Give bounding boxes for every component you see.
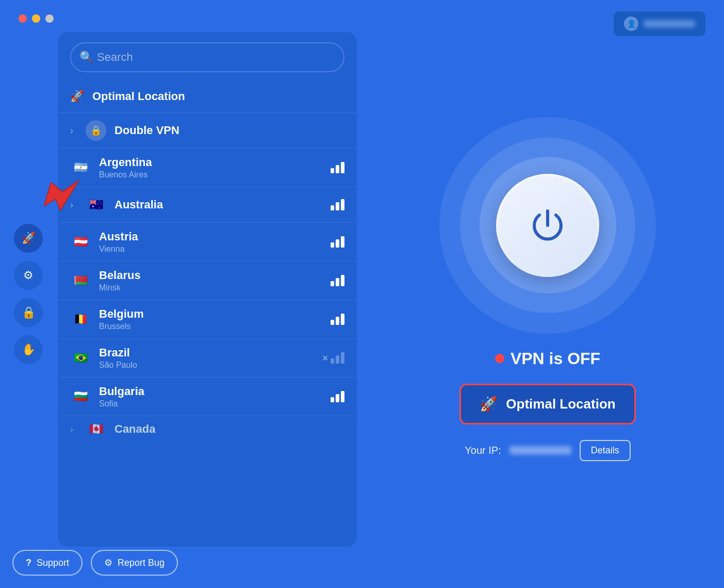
status-indicator-dot bbox=[495, 354, 504, 363]
expand-chevron-icon: › bbox=[70, 424, 73, 435]
signal-bar bbox=[331, 281, 334, 286]
ip-address-display bbox=[509, 446, 571, 454]
power-symbol-icon bbox=[527, 205, 568, 246]
report-bug-button[interactable]: ⚙ Report Bug bbox=[91, 550, 178, 576]
optimal-location-item[interactable]: 🚀 Optimal Location bbox=[58, 80, 357, 113]
city-name: Buenos Aires bbox=[99, 170, 322, 179]
optimal-location-label: Optimal Location bbox=[92, 90, 344, 103]
city-name: Vienna bbox=[99, 244, 322, 254]
fullscreen-button[interactable] bbox=[45, 14, 54, 23]
red-arrow-annotation bbox=[37, 173, 84, 220]
close-button[interactable] bbox=[19, 14, 27, 23]
sidebar-item-settings[interactable]: ⚙ bbox=[14, 261, 43, 290]
double-vpn-icon: 🔒 bbox=[86, 120, 106, 141]
search-container: 🔍 bbox=[58, 32, 357, 80]
city-name: Sofia bbox=[99, 399, 322, 409]
signal-indicator bbox=[331, 275, 344, 286]
details-button[interactable]: Details bbox=[580, 440, 631, 461]
location-panel: 🔍 🚀 Optimal Location › 🔒 Double VPN 🇦🇷 A… bbox=[58, 32, 357, 547]
support-button[interactable]: ? Support bbox=[12, 550, 83, 576]
signal-bar bbox=[336, 394, 339, 402]
signal-bar bbox=[341, 199, 344, 210]
signal-bar bbox=[341, 162, 344, 173]
user-avatar-icon: 👤 bbox=[624, 17, 638, 31]
country-name: Austria bbox=[99, 230, 322, 243]
country-name: Bulgaria bbox=[99, 385, 322, 398]
signal-bar bbox=[341, 314, 344, 325]
list-item[interactable]: › 🇨🇦 Canada bbox=[58, 416, 357, 442]
signal-bar bbox=[336, 239, 339, 248]
list-item[interactable]: 🇧🇷 Brazil São Paulo ✕ bbox=[58, 339, 357, 378]
report-icon: ⚙ bbox=[104, 557, 112, 568]
rocket-icon: 🚀 bbox=[22, 232, 36, 245]
location-list: 🚀 Optimal Location › 🔒 Double VPN 🇦🇷 Arg… bbox=[58, 80, 357, 547]
signal-bar bbox=[336, 355, 339, 364]
signal-bar bbox=[341, 391, 344, 402]
country-flag: 🇧🇷 bbox=[70, 348, 91, 368]
signal-bar bbox=[331, 242, 334, 248]
double-vpn-label: Double VPN bbox=[114, 124, 344, 137]
signal-bar bbox=[336, 202, 339, 210]
country-name: Belgium bbox=[99, 307, 322, 321]
country-flag: 🇨🇦 bbox=[86, 419, 106, 439]
signal-bar bbox=[331, 358, 334, 364]
list-item[interactable]: › 🇦🇺 Australia bbox=[58, 187, 357, 223]
signal-bar bbox=[341, 352, 344, 364]
country-flag: 🇧🇪 bbox=[70, 309, 91, 330]
country-flag: 🇦🇹 bbox=[70, 232, 91, 252]
expand-icon: › bbox=[70, 125, 73, 136]
signal-indicator bbox=[331, 391, 344, 402]
unavailable-signal: ✕ bbox=[322, 352, 344, 364]
ip-row: Your IP: Details bbox=[465, 440, 630, 461]
signal-bar bbox=[331, 397, 334, 402]
country-flag: 🇧🇬 bbox=[70, 386, 91, 407]
sidebar-item-block[interactable]: ✋ bbox=[14, 335, 43, 364]
country-name: Argentina bbox=[99, 156, 322, 169]
search-input[interactable] bbox=[70, 42, 344, 72]
traffic-lights bbox=[19, 14, 54, 23]
question-mark-icon: ? bbox=[26, 558, 31, 568]
report-bug-label: Report Bug bbox=[118, 558, 164, 568]
list-item[interactable]: 🇦🇹 Austria Vienna bbox=[58, 223, 357, 262]
gear-icon: ⚙ bbox=[23, 269, 34, 282]
country-flag: 🇦🇺 bbox=[86, 194, 106, 215]
signal-indicator bbox=[331, 352, 344, 364]
list-item[interactable]: 🇧🇾 Belarus Minsk bbox=[58, 262, 357, 300]
country-name: Belarus bbox=[99, 269, 322, 282]
signal-bar bbox=[331, 168, 334, 173]
list-item[interactable]: 🇦🇷 Argentina Buenos Aires bbox=[58, 149, 357, 187]
signal-indicator bbox=[331, 199, 344, 210]
optimal-button-rocket-icon: 🚀 bbox=[480, 396, 498, 413]
signal-indicator bbox=[331, 236, 344, 248]
signal-bar bbox=[336, 317, 339, 325]
power-toggle-button[interactable] bbox=[496, 174, 599, 277]
city-name: Brussels bbox=[99, 322, 322, 331]
vpn-status-text: VPN is OFF bbox=[511, 349, 600, 368]
sidebar-item-vpn[interactable]: 🚀 bbox=[14, 224, 43, 253]
list-item[interactable]: 🇧🇪 Belgium Brussels bbox=[58, 300, 357, 339]
sidebar: 🚀 ⚙ 🔒 ✋ bbox=[0, 0, 57, 588]
cross-icon: ✕ bbox=[322, 353, 328, 363]
vpn-status: VPN is OFF bbox=[495, 349, 600, 368]
user-account-button[interactable]: 👤 bbox=[614, 11, 705, 36]
main-panel: VPN is OFF 🚀 Optimal Location Your IP: D… bbox=[371, 0, 724, 588]
optimal-location-button[interactable]: 🚀 Optimal Location bbox=[459, 384, 635, 424]
country-name: Brazil bbox=[99, 346, 314, 360]
ip-label: Your IP: bbox=[465, 445, 501, 456]
signal-indicator bbox=[331, 162, 344, 173]
signal-indicator bbox=[331, 314, 344, 325]
lock-icon: 🔒 bbox=[22, 306, 36, 319]
signal-bar bbox=[336, 165, 339, 173]
signal-bar bbox=[336, 278, 339, 286]
signal-bar bbox=[331, 320, 334, 325]
signal-bar bbox=[341, 236, 344, 248]
double-vpn-item[interactable]: › 🔒 Double VPN bbox=[58, 113, 357, 149]
bottom-bar: ? Support ⚙ Report Bug bbox=[12, 550, 178, 576]
list-item[interactable]: 🇧🇬 Bulgaria Sofia bbox=[58, 378, 357, 416]
optimal-location-button-label: Optimal Location bbox=[506, 396, 615, 412]
sidebar-item-lock[interactable]: 🔒 bbox=[14, 298, 43, 327]
city-name: São Paulo bbox=[99, 361, 314, 370]
signal-bar bbox=[341, 275, 344, 286]
minimize-button[interactable] bbox=[32, 14, 40, 23]
optimal-rocket-icon: 🚀 bbox=[70, 90, 84, 103]
